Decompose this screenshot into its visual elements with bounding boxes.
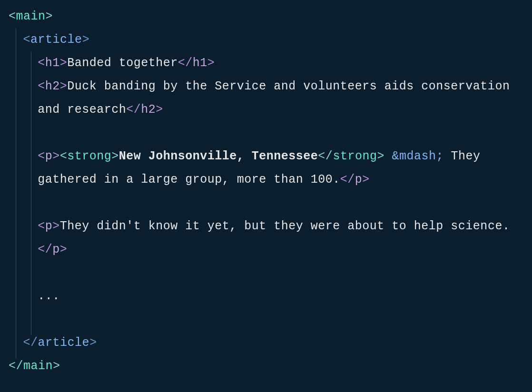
code-token: > xyxy=(52,219,60,233)
code-token: > xyxy=(52,149,60,163)
code-token: </ xyxy=(38,243,52,256)
code-token: p xyxy=(45,149,53,163)
code-token: > xyxy=(377,149,384,163)
code-token: > xyxy=(207,56,215,70)
code-block: <main><article><h1>Banded together</h1><… xyxy=(9,5,523,378)
code-token: h2 xyxy=(141,103,156,117)
code-token: < xyxy=(60,149,68,163)
code-token: > xyxy=(111,149,119,163)
code-token: </ xyxy=(178,56,193,70)
code-token: main xyxy=(16,10,46,23)
code-token: article xyxy=(30,33,82,47)
code-line: <p>They didn't know it yet, but they wer… xyxy=(9,215,523,261)
code-token: > xyxy=(53,359,60,373)
code-token: p xyxy=(45,219,53,233)
code-token: < xyxy=(38,149,45,163)
code-token: > xyxy=(60,79,68,93)
code-line: ... xyxy=(9,284,523,308)
code-token: New Johnsonville, Tennessee xyxy=(119,149,318,163)
code-token: > xyxy=(362,173,370,186)
code-token: article xyxy=(38,336,90,350)
code-token xyxy=(384,149,392,163)
code-token: h1 xyxy=(193,56,207,70)
code-line xyxy=(9,191,523,215)
code-line: <h2>Duck banding by the Service and volu… xyxy=(9,75,523,121)
code-line xyxy=(9,261,523,284)
code-token: < xyxy=(38,79,45,93)
code-token: h1 xyxy=(45,56,60,70)
code-line: <main> xyxy=(9,5,523,28)
code-token: > xyxy=(89,336,97,350)
code-content: <main><article><h1>Banded together</h1><… xyxy=(9,5,523,378)
code-line: </article> xyxy=(9,331,523,354)
code-token: > xyxy=(60,243,68,256)
code-token: > xyxy=(46,10,53,23)
code-token: Duck banding by the Service and voluntee… xyxy=(38,79,517,117)
code-token: h2 xyxy=(45,79,60,93)
code-token: &mdash; xyxy=(392,149,443,163)
code-token: < xyxy=(9,10,16,23)
code-token: main xyxy=(23,359,53,373)
code-token: < xyxy=(38,219,45,233)
code-line: <article> xyxy=(9,28,523,51)
code-token: </ xyxy=(9,359,23,373)
code-token: </ xyxy=(23,336,38,350)
code-token: p xyxy=(52,243,60,256)
code-token: > xyxy=(60,56,68,70)
code-line: <h1>Banded together</h1> xyxy=(9,51,523,75)
code-token: </ xyxy=(340,173,355,186)
code-token: p xyxy=(355,173,363,186)
code-token: </ xyxy=(126,103,141,117)
code-line xyxy=(9,121,523,145)
code-token: They didn't know it yet, but they were a… xyxy=(60,219,510,233)
code-line: <p><strong>New Johnsonville, Tennessee</… xyxy=(9,145,523,191)
code-token: </ xyxy=(318,149,333,163)
code-token: strong xyxy=(333,149,377,163)
code-token: ... xyxy=(38,289,60,303)
code-token: > xyxy=(156,103,163,117)
code-token: strong xyxy=(67,149,111,163)
code-token: > xyxy=(82,33,90,47)
code-line: </main> xyxy=(9,354,523,378)
code-token: < xyxy=(38,56,45,70)
code-line xyxy=(9,308,523,331)
code-token: Banded together xyxy=(67,56,178,70)
code-token: < xyxy=(23,33,31,47)
